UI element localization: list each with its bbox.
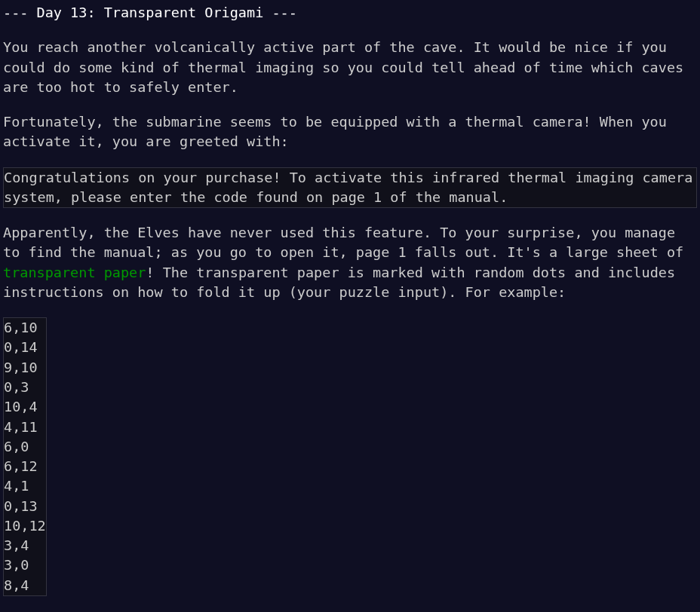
activation-message-text: Congratulations on your purchase! To act… <box>4 168 696 208</box>
activation-message-box: Congratulations on your purchase! To act… <box>3 167 697 209</box>
paragraph-manual-part1: Apparently, the Elves have never used th… <box>3 225 683 260</box>
paragraph-manual: Apparently, the Elves have never used th… <box>3 223 697 302</box>
transparent-paper-link[interactable]: transparent paper <box>3 265 146 280</box>
paragraph-intro-1: You reach another volcanically active pa… <box>3 38 697 97</box>
example-input-block: 6,10 0,14 9,10 0,3 10,4 4,11 6,0 6,12 4,… <box>3 317 47 596</box>
paragraph-intro-2: Fortunately, the submarine seems to be e… <box>3 112 697 152</box>
puzzle-article: --- Day 13: Transparent Origami --- You … <box>3 3 697 596</box>
puzzle-title: --- Day 13: Transparent Origami --- <box>3 3 697 23</box>
